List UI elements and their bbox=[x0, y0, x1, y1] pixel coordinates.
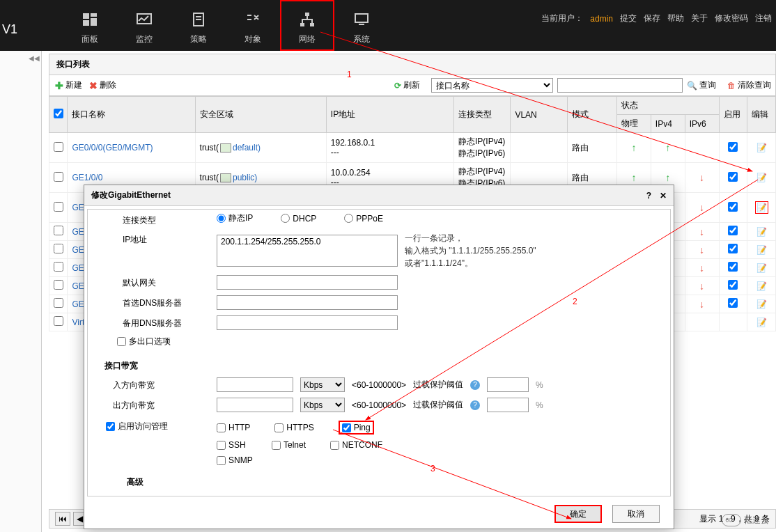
th-ipv6[interactable]: IPv6 bbox=[685, 115, 719, 133]
sidebar-collapse-arrow-icon[interactable]: ◀◀ bbox=[29, 54, 40, 62]
edit-icon[interactable]: 📝 bbox=[756, 281, 767, 291]
delete-button[interactable]: ✖ 删除 bbox=[89, 79, 116, 91]
search-button[interactable]: 🔍 查询 bbox=[687, 79, 716, 91]
bw-out-input[interactable] bbox=[217, 398, 293, 412]
th-checkbox[interactable] bbox=[49, 97, 68, 133]
th-name[interactable]: 接口名称 bbox=[68, 97, 195, 133]
radio-static-ip[interactable]: 静态IP bbox=[217, 212, 253, 224]
th-ipv4[interactable]: IPv4 bbox=[651, 115, 685, 133]
cell-enable[interactable] bbox=[719, 259, 747, 277]
cell-enable[interactable] bbox=[719, 133, 747, 163]
edit-icon[interactable]: 📝 bbox=[756, 318, 767, 327]
filter-field-dropdown[interactable]: 接口名称 bbox=[431, 78, 553, 93]
cell-enable[interactable] bbox=[719, 295, 747, 313]
cell-edit[interactable]: 📝 bbox=[747, 133, 776, 163]
advanced-section-label[interactable]: 高级 bbox=[102, 476, 656, 488]
th-ip[interactable]: IP地址 bbox=[326, 97, 453, 133]
row-checkbox[interactable] bbox=[49, 259, 68, 277]
cell-edit[interactable]: 📝 bbox=[747, 295, 776, 313]
cell-enable[interactable] bbox=[719, 277, 747, 295]
row-checkbox[interactable] bbox=[49, 277, 68, 295]
refresh-button[interactable]: ⟳ 刷新 bbox=[394, 79, 420, 91]
new-button[interactable]: ✚ 新建 bbox=[55, 79, 82, 91]
cell-edit[interactable]: 📝 bbox=[747, 163, 776, 193]
pager-first-icon[interactable]: ⏮ bbox=[55, 512, 70, 526]
row-checkbox[interactable] bbox=[49, 193, 68, 223]
radio-pppoe[interactable]: PPPoE bbox=[344, 214, 383, 224]
telnet-checkbox[interactable]: Telnet bbox=[272, 440, 306, 450]
cancel-button[interactable]: 取消 bbox=[612, 505, 660, 523]
http-checkbox[interactable]: HTTP bbox=[217, 421, 250, 435]
snmp-checkbox[interactable]: SNMP bbox=[217, 455, 253, 465]
logout-link[interactable]: 注销 bbox=[755, 13, 772, 24]
dns1-input[interactable] bbox=[217, 295, 398, 310]
th-conn[interactable]: 连接类型 bbox=[454, 97, 511, 133]
cell-enable[interactable] bbox=[719, 163, 747, 193]
edit-icon[interactable]: 📝 bbox=[756, 299, 767, 309]
th-zone[interactable]: 安全区域 bbox=[195, 97, 326, 133]
edit-icon[interactable]: 📝 bbox=[756, 173, 767, 182]
https-checkbox[interactable]: HTTPS bbox=[274, 421, 313, 435]
cell-edit[interactable]: 📝 bbox=[747, 277, 776, 295]
row-checkbox[interactable] bbox=[49, 295, 68, 313]
nav-dashboard[interactable]: 面板 bbox=[63, 0, 117, 51]
multi-egress-checkbox[interactable]: 多出口选项 bbox=[117, 336, 171, 347]
edit-icon[interactable]: 📝 bbox=[756, 143, 767, 152]
dns2-input[interactable] bbox=[217, 315, 398, 330]
access-mgmt-checkbox[interactable]: 启用访问管理 bbox=[106, 421, 217, 432]
cell-edit[interactable]: 📝 bbox=[747, 313, 776, 331]
edit-icon[interactable]: 📝 bbox=[756, 245, 767, 255]
about-link[interactable]: 关于 bbox=[691, 13, 708, 24]
save-link[interactable]: 保存 bbox=[644, 13, 660, 24]
ping-checkbox[interactable]: Ping bbox=[342, 423, 371, 432]
th-enable[interactable]: 启用 bbox=[719, 97, 747, 133]
row-checkbox[interactable] bbox=[49, 241, 68, 259]
overload-out-input[interactable] bbox=[487, 398, 529, 412]
ssh-checkbox[interactable]: SSH bbox=[217, 440, 247, 450]
overload-in-input[interactable] bbox=[487, 377, 529, 392]
cell-edit[interactable]: 📝 bbox=[747, 241, 776, 259]
th-phys[interactable]: 物理 bbox=[617, 115, 651, 133]
dialog-help-icon[interactable]: ? bbox=[646, 191, 651, 201]
nav-system[interactable]: 系统 bbox=[334, 0, 389, 51]
th-mode[interactable]: 模式 bbox=[567, 97, 616, 133]
edit-icon[interactable]: 📝 bbox=[755, 201, 768, 214]
row-checkbox[interactable] bbox=[49, 133, 68, 163]
cell-edit[interactable]: 📝 bbox=[747, 223, 776, 241]
cell-enable[interactable] bbox=[719, 313, 747, 331]
nav-policy[interactable]: 策略 bbox=[171, 0, 226, 51]
cell-edit[interactable]: 📝 bbox=[747, 193, 776, 223]
th-vlan[interactable]: VLAN bbox=[511, 97, 567, 133]
cell-zone[interactable]: trust(default) bbox=[195, 133, 326, 163]
radio-dhcp[interactable]: DHCP bbox=[281, 214, 316, 224]
cell-edit[interactable]: 📝 bbox=[747, 259, 776, 277]
nav-network[interactable]: 网络 bbox=[280, 0, 334, 51]
help-icon[interactable]: ? bbox=[470, 400, 480, 410]
ip-address-textarea[interactable] bbox=[217, 235, 398, 267]
cell-interface-name[interactable]: GE0/0/0(GE0/MGMT) bbox=[68, 133, 195, 163]
clear-search-button[interactable]: 🗑 清除查询 bbox=[727, 79, 771, 91]
cell-enable[interactable] bbox=[719, 223, 747, 241]
nav-object[interactable]: 对象 bbox=[226, 0, 280, 51]
cell-enable[interactable] bbox=[719, 193, 747, 223]
gateway-input[interactable] bbox=[217, 275, 398, 290]
bw-out-unit[interactable]: Kbps bbox=[300, 398, 345, 412]
help-icon[interactable]: ? bbox=[470, 380, 480, 390]
bw-in-input[interactable] bbox=[217, 377, 293, 392]
edit-icon[interactable]: 📝 bbox=[756, 263, 767, 273]
nav-monitor[interactable]: 监控 bbox=[117, 0, 171, 51]
row-checkbox[interactable] bbox=[49, 313, 68, 331]
bw-in-unit[interactable]: Kbps bbox=[300, 377, 345, 392]
cell-enable[interactable] bbox=[719, 241, 747, 259]
ok-button[interactable]: 确定 bbox=[554, 505, 602, 523]
change-password-link[interactable]: 修改密码 bbox=[715, 13, 748, 24]
search-input[interactable] bbox=[557, 78, 683, 93]
row-checkbox[interactable] bbox=[49, 223, 68, 241]
submit-link[interactable]: 提交 bbox=[620, 13, 637, 24]
dialog-close-icon[interactable]: ✕ bbox=[660, 191, 667, 201]
refresh-icon: ⟳ bbox=[394, 81, 401, 91]
help-link[interactable]: 帮助 bbox=[667, 13, 684, 24]
row-checkbox[interactable] bbox=[49, 163, 68, 193]
edit-icon[interactable]: 📝 bbox=[756, 227, 767, 237]
netconf-checkbox[interactable]: NETCONF bbox=[330, 440, 382, 450]
